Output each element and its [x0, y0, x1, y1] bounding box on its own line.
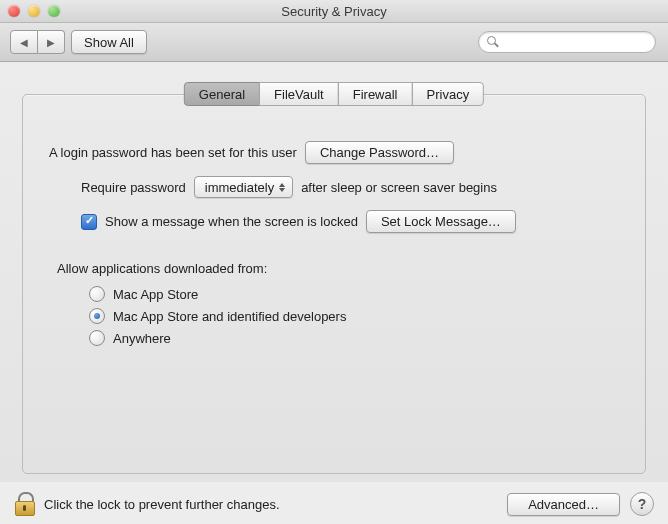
footer: Click the lock to prevent further change… [0, 482, 668, 524]
allow-apps-option-mas-identified[interactable]: Mac App Store and identified developers [89, 308, 619, 324]
tab-filevault-label: FileVault [274, 87, 324, 102]
show-lock-message-checkbox[interactable] [81, 214, 97, 230]
login-password-row: A login password has been set for this u… [49, 141, 619, 164]
radio-anywhere[interactable] [89, 330, 105, 346]
set-lock-message-label: Set Lock Message… [381, 214, 501, 229]
show-lock-message-row: Show a message when the screen is locked… [81, 210, 619, 233]
radio-mas[interactable] [89, 286, 105, 302]
require-password-prefix: Require password [81, 180, 186, 195]
content-area: General FileVault Firewall Privacy A log… [0, 62, 668, 482]
tab-general-label: General [199, 87, 245, 102]
show-all-button[interactable]: Show All [71, 30, 147, 54]
advanced-button[interactable]: Advanced… [507, 493, 620, 516]
require-password-delay-popup[interactable]: immediately [194, 176, 293, 198]
nav-segment: ◀ ▶ [10, 30, 65, 54]
help-button[interactable]: ? [630, 492, 654, 516]
search-icon [487, 36, 489, 48]
window-title: Security & Privacy [0, 4, 668, 19]
back-button[interactable]: ◀ [10, 30, 38, 54]
show-lock-message-label: Show a message when the screen is locked [105, 214, 358, 229]
tab-privacy-label: Privacy [427, 87, 470, 102]
search-input[interactable] [493, 34, 647, 50]
search-field[interactable] [478, 31, 656, 53]
tab-filevault[interactable]: FileVault [259, 82, 339, 106]
traffic-lights [0, 5, 60, 17]
titlebar: Security & Privacy [0, 0, 668, 23]
tab-bar: General FileVault Firewall Privacy [184, 82, 484, 106]
tab-firewall-label: Firewall [353, 87, 398, 102]
help-icon: ? [638, 496, 647, 512]
tab-privacy[interactable]: Privacy [412, 82, 485, 106]
lock-text: Click the lock to prevent further change… [44, 497, 280, 512]
change-password-label: Change Password… [320, 145, 439, 160]
lock-icon[interactable] [14, 492, 34, 516]
show-all-label: Show All [84, 35, 134, 50]
toolbar: ◀ ▶ Show All [0, 23, 668, 62]
advanced-label: Advanced… [528, 497, 599, 512]
allow-apps-option-anywhere[interactable]: Anywhere [89, 330, 619, 346]
require-password-delay-value: immediately [205, 180, 274, 195]
general-panel: A login password has been set for this u… [22, 94, 646, 474]
tab-general[interactable]: General [184, 82, 260, 106]
forward-button[interactable]: ▶ [38, 30, 65, 54]
tab-firewall[interactable]: Firewall [338, 82, 413, 106]
require-password-suffix: after sleep or screen saver begins [301, 180, 497, 195]
set-lock-message-button[interactable]: Set Lock Message… [366, 210, 516, 233]
back-icon: ◀ [20, 37, 28, 48]
allow-apps-heading: Allow applications downloaded from: [57, 261, 619, 276]
radio-anywhere-label: Anywhere [113, 331, 171, 346]
radio-mas-label: Mac App Store [113, 287, 198, 302]
zoom-window-button[interactable] [48, 5, 60, 17]
allow-apps-option-mas[interactable]: Mac App Store [89, 286, 619, 302]
login-password-text: A login password has been set for this u… [49, 145, 297, 160]
radio-mas-identified-label: Mac App Store and identified developers [113, 309, 346, 324]
minimize-window-button[interactable] [28, 5, 40, 17]
require-password-row: Require password immediately after sleep… [81, 176, 619, 198]
popup-caret-icon [276, 179, 288, 195]
change-password-button[interactable]: Change Password… [305, 141, 454, 164]
close-window-button[interactable] [8, 5, 20, 17]
forward-icon: ▶ [47, 37, 55, 48]
radio-mas-identified[interactable] [89, 308, 105, 324]
